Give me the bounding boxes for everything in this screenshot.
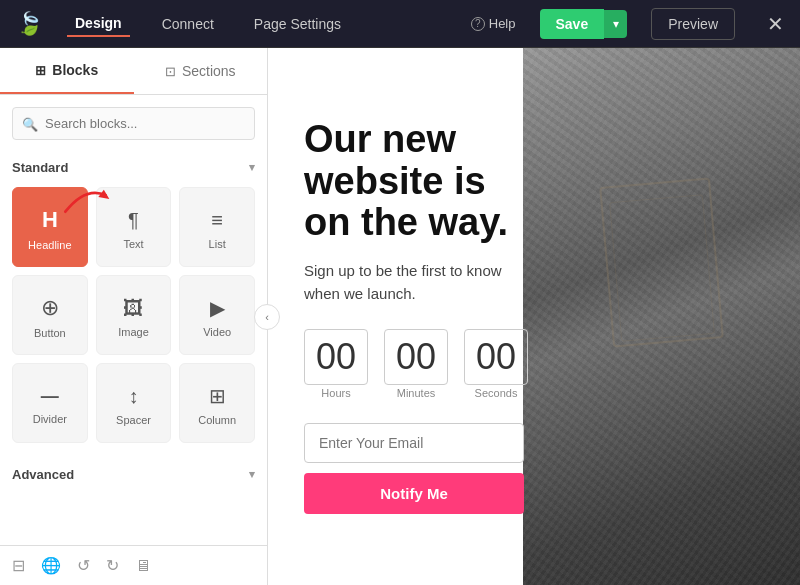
desktop-icon[interactable]: 🖥	[135, 557, 151, 575]
search-icon: 🔍	[22, 116, 38, 131]
background-image	[523, 48, 800, 585]
block-column-label: Column	[198, 414, 236, 426]
globe-icon[interactable]: 🌐	[41, 556, 61, 575]
help-button[interactable]: ? Help	[471, 16, 516, 31]
page-subtext: Sign up to be the first to know when we …	[304, 260, 525, 305]
headline-icon: H	[42, 207, 58, 233]
spacer-icon: ↕	[128, 385, 138, 408]
list-icon: ≡	[211, 209, 223, 232]
sidebar-tabs: ⊞ Blocks ⊡ Sections	[0, 48, 267, 95]
block-text-label: Text	[123, 238, 143, 250]
countdown-minutes: 00 Minutes	[384, 329, 448, 399]
help-icon: ?	[471, 17, 485, 31]
tab-sections[interactable]: ⊡ Sections	[134, 48, 268, 94]
block-headline-label: Headline	[28, 239, 71, 251]
advanced-section-header: Advanced ▾	[0, 459, 267, 490]
text-icon: ¶	[128, 209, 139, 232]
standard-chevron-icon[interactable]: ▾	[249, 161, 255, 174]
block-list-label: List	[209, 238, 226, 250]
minutes-value: 00	[384, 329, 448, 385]
block-column[interactable]: ⊞ Column	[179, 363, 255, 443]
email-input[interactable]	[304, 423, 524, 463]
notify-button[interactable]: Notify Me	[304, 473, 524, 514]
block-video[interactable]: ▶ Video	[179, 275, 255, 355]
main-layout: ⊞ Blocks ⊡ Sections 🔍 Standard ▾	[0, 48, 800, 585]
sections-tab-icon: ⊡	[165, 64, 176, 79]
block-image-label: Image	[118, 326, 149, 338]
blocks-tab-icon: ⊞	[35, 63, 46, 78]
save-button[interactable]: Save	[540, 9, 605, 39]
layers-icon[interactable]: ⊟	[12, 556, 25, 575]
button-icon: ⊕	[41, 295, 59, 321]
page-content: Our new website is on the way. Sign up t…	[268, 48, 561, 585]
preview-button[interactable]: Preview	[651, 8, 735, 40]
image-icon: 🖼	[123, 297, 143, 320]
hours-label: Hours	[321, 387, 350, 399]
search-input[interactable]	[12, 107, 255, 140]
sidebar: ⊞ Blocks ⊡ Sections 🔍 Standard ▾	[0, 48, 268, 585]
block-button-label: Button	[34, 327, 66, 339]
logo-icon: 🍃	[16, 11, 43, 37]
nav-design[interactable]: Design	[67, 11, 130, 37]
email-form: Notify Me	[304, 423, 524, 514]
countdown-seconds: 00 Seconds	[464, 329, 528, 399]
hours-value: 00	[304, 329, 368, 385]
block-text[interactable]: ¶ Text	[96, 187, 172, 267]
divider-icon: —	[41, 386, 59, 407]
close-button[interactable]: ✕	[767, 12, 784, 36]
save-dropdown-button[interactable]: ▾	[604, 10, 627, 38]
block-spacer[interactable]: ↕ Spacer	[96, 363, 172, 443]
block-list[interactable]: ≡ List	[179, 187, 255, 267]
countdown-hours: 00 Hours	[304, 329, 368, 399]
top-nav: 🍃 Design Connect Page Settings ? Help Sa…	[0, 0, 800, 48]
block-image[interactable]: 🖼 Image	[96, 275, 172, 355]
advanced-chevron-icon[interactable]: ▾	[249, 468, 255, 481]
tab-blocks-label: Blocks	[52, 62, 98, 78]
search-wrap: 🔍	[0, 95, 267, 152]
block-headline[interactable]: H Headline	[12, 187, 88, 267]
tab-blocks[interactable]: ⊞ Blocks	[0, 48, 134, 94]
video-icon: ▶	[210, 296, 225, 320]
nav-page-settings[interactable]: Page Settings	[246, 12, 349, 36]
tab-sections-label: Sections	[182, 63, 236, 79]
block-divider[interactable]: — Divider	[12, 363, 88, 443]
seconds-label: Seconds	[475, 387, 518, 399]
block-spacer-label: Spacer	[116, 414, 151, 426]
canvas: Our new website is on the way. Sign up t…	[268, 48, 800, 585]
standard-label: Standard	[12, 160, 68, 175]
redo-icon[interactable]: ↻	[106, 556, 119, 575]
advanced-label: Advanced	[12, 467, 74, 482]
blocks-grid: H Headline ¶ Text ≡ List ⊕ Button 🖼 Ima	[0, 183, 267, 455]
undo-icon[interactable]: ↺	[77, 556, 90, 575]
block-button[interactable]: ⊕ Button	[12, 275, 88, 355]
help-label: Help	[489, 16, 516, 31]
block-divider-label: Divider	[33, 413, 67, 425]
seconds-value: 00	[464, 329, 528, 385]
countdown-timer: 00 Hours 00 Minutes 00 Seconds	[304, 329, 525, 399]
nav-connect[interactable]: Connect	[154, 12, 222, 36]
column-icon: ⊞	[209, 384, 226, 408]
page-headline: Our new website is on the way.	[304, 119, 525, 244]
sidebar-collapse-button[interactable]: ‹	[254, 304, 280, 330]
standard-section-header: Standard ▾	[0, 152, 267, 183]
minutes-label: Minutes	[397, 387, 436, 399]
sidebar-bottom-toolbar: ⊟ 🌐 ↺ ↻ 🖥	[0, 545, 267, 585]
block-video-label: Video	[203, 326, 231, 338]
